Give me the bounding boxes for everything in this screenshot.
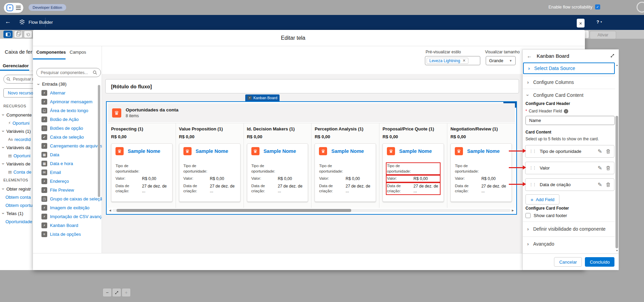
scroll-left-icon[interactable]: ◀ bbox=[109, 209, 111, 212]
section-advanced[interactable]: › Avançado bbox=[523, 236, 615, 251]
flow-label-box[interactable]: [Rótulo do fluxo] bbox=[105, 79, 519, 93]
section-configure-columns[interactable]: › Configure Columns bbox=[523, 76, 615, 89]
kanban-card[interactable]: ♛Sample NomeTipo de oportunidade:Valor:R… bbox=[315, 143, 376, 202]
scroll-right-icon[interactable]: ▶ bbox=[512, 209, 514, 212]
fit-view-button[interactable] bbox=[112, 288, 121, 297]
tab-manager[interactable]: Gerenciador bbox=[3, 63, 29, 68]
group-entrada[interactable]: › Entrada (38) bbox=[38, 82, 67, 87]
toolbox-resource-vari-veis-da[interactable]: ›Variáveis da bbox=[3, 143, 32, 152]
component-item-carregamento-de-arquivos[interactable]: ⚡Carregamento de arquivos bbox=[41, 141, 96, 150]
component-item-aprimorar-mensagem[interactable]: ⚡Aprimorar mensagem bbox=[41, 97, 96, 106]
preview-style-combobox[interactable]: Leveza Lightning ✕ bbox=[425, 56, 480, 65]
kanban-card[interactable]: ♛Sample NomeTipo de oportunidade:Valor:R… bbox=[247, 143, 308, 202]
toolbox-resource-vari-veis-de[interactable]: ›Variáveis de bbox=[3, 160, 32, 168]
add-field-button[interactable]: + Add Field bbox=[525, 194, 559, 205]
kanban-card[interactable]: ♛Sample NomeTipo de oportunidade:Valor:R… bbox=[179, 143, 240, 202]
kanban-card[interactable]: ♛Sample NomeTipo de oportunidade:Valor:R… bbox=[111, 143, 173, 202]
done-button[interactable]: Concluído bbox=[585, 257, 614, 267]
section-configure-card-content[interactable]: › Configure Card Content bbox=[523, 89, 615, 102]
toolbox-resource-recordid[interactable]: AarecordId bbox=[3, 135, 32, 143]
component-item-bot-es-de-op-o[interactable]: ∷Botões de opção bbox=[41, 124, 96, 132]
toolbox-element-obtem-conta[interactable]: Obtem conta bbox=[3, 193, 33, 201]
profile-chip[interactable]: Developer Edition bbox=[29, 4, 66, 11]
component-item-email[interactable]: ✉Email bbox=[41, 168, 96, 177]
toolbox-element-oportunidade[interactable]: Oportunidade bbox=[3, 217, 33, 226]
back-arrow-icon[interactable]: ← bbox=[5, 18, 11, 25]
edit-pencil-icon[interactable]: ✎ bbox=[598, 165, 602, 171]
component-item-kanban-board[interactable]: ⚡Kanban Board bbox=[41, 221, 96, 230]
avatar[interactable] bbox=[637, 2, 644, 13]
trash-icon[interactable] bbox=[606, 166, 610, 171]
expand-icon[interactable] bbox=[610, 54, 614, 58]
card-content-field-valor[interactable]: ⋮⋮Valor✎ bbox=[525, 162, 614, 174]
flow-scrollability-checkbox[interactable]: ✓ bbox=[595, 4, 600, 10]
tab-components[interactable]: Componentes bbox=[36, 50, 66, 55]
toolbox-resource-vari-veis-1[interactable]: ›Variáveis (1) bbox=[3, 127, 32, 135]
close-icon[interactable]: × bbox=[577, 19, 585, 28]
components-scrollbar[interactable] bbox=[98, 82, 100, 255]
tab-fields[interactable]: Campos bbox=[70, 50, 86, 55]
card-content-field-data-de-cria-o[interactable]: ⋮⋮Data de criação✎ bbox=[525, 178, 614, 191]
scrollbar-thumb[interactable] bbox=[117, 209, 351, 212]
scrollbar-thumb[interactable] bbox=[98, 85, 100, 197]
activate-button[interactable]: Ativar bbox=[590, 31, 616, 39]
component-item-importa-o-de-csv-avan-a[interactable]: ⚡Importação de CSV avança... bbox=[41, 212, 96, 221]
back-arrow-icon[interactable]: ← bbox=[527, 53, 532, 59]
zoom-in-button[interactable]: + bbox=[122, 288, 131, 297]
trash-icon[interactable] bbox=[606, 149, 610, 154]
edit-pencil-icon[interactable]: ✎ bbox=[598, 148, 602, 155]
new-resource-button[interactable]: Novo recurso bbox=[3, 88, 33, 97]
undo-button[interactable] bbox=[24, 31, 32, 38]
scroll-up-icon[interactable]: ▲ bbox=[616, 64, 618, 66]
toolbox-resource-oportuni[interactable]: ⚡Oportuni bbox=[3, 119, 32, 127]
drag-handle-icon[interactable]: ⋮⋮ bbox=[529, 182, 536, 187]
help-menu[interactable]: ? ▾ bbox=[596, 19, 602, 24]
component-item-alternar[interactable]: ⚡Alternar bbox=[41, 88, 96, 97]
trash-icon[interactable] bbox=[606, 182, 610, 187]
remove-chip-icon[interactable]: ✕ bbox=[463, 58, 466, 63]
component-item-bot-o-de-a-o[interactable]: ⚡Botão de Ação bbox=[41, 115, 96, 124]
panel-scrollbar[interactable]: ▲ ▼ bbox=[615, 63, 619, 252]
info-icon[interactable]: i bbox=[564, 109, 568, 113]
component-item-imagem-de-exibi-o[interactable]: ⚡Imagem de exibição bbox=[41, 203, 96, 212]
toolbox-element-telas-1[interactable]: ›Telas (1) bbox=[3, 209, 33, 217]
scrollbar-thumb[interactable] bbox=[615, 116, 618, 248]
scrollbar-track[interactable] bbox=[112, 209, 511, 212]
toolbox-search[interactable] bbox=[3, 75, 33, 84]
component-item-data[interactable]: ▦Data bbox=[41, 150, 96, 159]
toggle-toolbox-button[interactable] bbox=[3, 31, 13, 38]
component-item-endere-o[interactable]: ⚡Endereço bbox=[41, 177, 96, 185]
component-item-lista-de-op-es[interactable]: ≡Lista de opções bbox=[41, 230, 96, 238]
show-card-footer-checkbox[interactable] bbox=[525, 213, 531, 218]
kanban-component[interactable]: ♛ Oportunidades da conta 8 items Prospec… bbox=[106, 101, 517, 215]
copy-button[interactable] bbox=[14, 31, 22, 38]
card-header-field-input[interactable] bbox=[525, 116, 615, 125]
component-item-data-e-hora[interactable]: ▦Data e hora bbox=[41, 159, 96, 168]
cancel-button[interactable]: Cancelar bbox=[554, 257, 582, 267]
scroll-down-icon[interactable]: ▼ bbox=[616, 249, 618, 252]
component-item-rea-de-texto-longo[interactable]: ◱Área de texto longo bbox=[41, 106, 96, 115]
drag-handle-icon[interactable]: ⋮⋮ bbox=[529, 166, 536, 170]
component-item-file-preview[interactable]: ⚡File Preview bbox=[41, 185, 96, 194]
preview-size-select[interactable]: Grande ▼ bbox=[486, 56, 516, 65]
components-search-input[interactable] bbox=[40, 70, 91, 75]
section-select-data-source[interactable]: › Select Data Source bbox=[523, 63, 615, 74]
drag-handle-icon[interactable]: ⋮⋮ bbox=[529, 149, 536, 154]
component-item-caixa-de-sele-o[interactable]: ✔Caixa de seleção bbox=[41, 132, 96, 141]
toolbox-element-obter-registr[interactable]: ›Obter registr bbox=[3, 185, 33, 193]
components-search[interactable] bbox=[36, 68, 101, 77]
zoom-out-button[interactable]: − bbox=[103, 288, 112, 297]
component-item-grupo-de-caixas-de-sele-o[interactable]: ◳Grupo de caixas de seleção bbox=[41, 194, 96, 203]
toolbox-resource-conta-de[interactable]: ▤Conta de bbox=[3, 168, 32, 176]
toolbox-resource-componente[interactable]: ›Componente bbox=[3, 111, 32, 119]
kanban-card[interactable]: ♛Sample NomeTipo de oportunidade:Valor:R… bbox=[450, 143, 512, 202]
edit-pencil-icon[interactable]: ✎ bbox=[598, 181, 602, 188]
section-visibility[interactable]: › Definir visibilidade do componente bbox=[523, 221, 615, 236]
browser-controls[interactable]: ✦ bbox=[3, 2, 24, 13]
toolbox-element-obtem-oportu[interactable]: Obtem oportu bbox=[3, 201, 33, 209]
style-chip[interactable]: Leveza Lightning ✕ bbox=[427, 58, 468, 64]
card-content-field-tipo-de-oportunidade[interactable]: ⋮⋮Tipo de oportunidade✎ bbox=[525, 145, 614, 158]
toolbox-resource-oportuni[interactable]: ▤Oportuni bbox=[3, 152, 32, 160]
kanban-hscrollbar[interactable]: ◀ ▶ bbox=[108, 208, 515, 213]
kanban-card[interactable]: ♛Sample NomeTipo de oportunidade:Valor:R… bbox=[382, 143, 444, 202]
